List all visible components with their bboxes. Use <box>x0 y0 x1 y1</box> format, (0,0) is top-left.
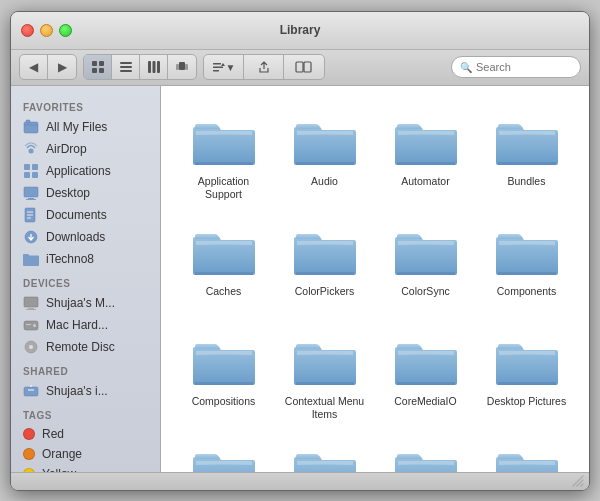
network-icon <box>23 383 39 399</box>
folder-icon <box>495 442 559 472</box>
svg-rect-12 <box>185 64 188 70</box>
svg-rect-24 <box>24 172 30 178</box>
sidebar: FAVORITES All My Files <box>11 86 161 472</box>
folder-item[interactable]: ColorSync <box>375 212 476 322</box>
sidebar-item-label: Shujaa's i... <box>46 384 108 398</box>
arrange-button[interactable]: ▼ <box>204 55 244 79</box>
sidebar-item-remote-disc[interactable]: Remote Disc <box>11 336 160 358</box>
svg-rect-15 <box>213 70 219 72</box>
sidebar-item-downloads[interactable]: Downloads <box>11 226 160 248</box>
svg-point-38 <box>29 345 33 349</box>
sidebar-item-label: Documents <box>46 208 107 222</box>
folder-item[interactable]: Audio <box>274 102 375 212</box>
folder-item[interactable]: Application Support <box>173 102 274 212</box>
folder-name: ColorSync <box>401 285 449 299</box>
sidebar-item-tag-yellow[interactable]: Yellow <box>11 464 160 472</box>
folder-item[interactable]: Caches <box>173 212 274 322</box>
svg-rect-6 <box>120 70 132 72</box>
sidebar-item-tag-orange[interactable]: Orange <box>11 444 160 464</box>
toolbar: ◀ ▶ <box>11 50 589 86</box>
column-view-button[interactable] <box>140 55 168 79</box>
svg-rect-9 <box>157 61 160 73</box>
folder-item[interactable]: Bundles <box>476 102 577 212</box>
folder-item[interactable]: DropboxHelperTools <box>476 432 577 472</box>
svg-rect-33 <box>26 309 36 310</box>
window-title: Library <box>280 23 321 37</box>
forward-button[interactable]: ▶ <box>48 55 76 79</box>
sidebar-item-itechno8[interactable]: iTechno8 <box>11 248 160 270</box>
action-buttons: ▼ <box>203 54 325 80</box>
sidebar-item-hard-disk[interactable]: Mac Hard... <box>11 314 160 336</box>
view-buttons <box>83 54 197 80</box>
sidebar-item-applications[interactable]: Applications <box>11 160 160 182</box>
sidebar-item-all-my-files[interactable]: All My Files <box>11 116 160 138</box>
svg-rect-26 <box>24 187 38 197</box>
sidebar-item-label: Remote Disc <box>46 340 115 354</box>
folder-icon <box>394 112 458 170</box>
computer-icon <box>23 295 39 311</box>
folder-icon <box>293 332 357 390</box>
downloads-icon <box>23 229 39 245</box>
folder-name: Compositions <box>192 395 256 409</box>
icon-view-button[interactable] <box>84 55 112 79</box>
airdrop-icon <box>23 141 39 157</box>
navigation-buttons: ◀ ▶ <box>19 54 77 80</box>
coverflow-view-button[interactable] <box>168 55 196 79</box>
folder-item[interactable]: ColorPickers <box>274 212 375 322</box>
folder-name: Desktop Pictures <box>487 395 566 409</box>
sidebar-item-tag-red[interactable]: Red <box>11 424 160 444</box>
titlebar: Library <box>11 12 589 50</box>
svg-marker-16 <box>221 63 225 66</box>
traffic-lights <box>21 24 72 37</box>
folder-item[interactable]: Compositions <box>173 322 274 432</box>
sidebar-item-airdrop[interactable]: AirDrop <box>11 138 160 160</box>
folder-name: Application Support <box>184 175 264 202</box>
folder-icon <box>293 112 357 170</box>
svg-rect-3 <box>99 68 104 73</box>
disc-icon <box>23 339 39 355</box>
search-box[interactable]: 🔍 <box>451 56 581 78</box>
folder-item[interactable]: Automator <box>375 102 476 212</box>
desktop-icon <box>23 185 39 201</box>
file-grid: Application Support Audio <box>161 86 589 472</box>
sidebar-item-label: Desktop <box>46 186 90 200</box>
svg-rect-36 <box>26 324 31 325</box>
sidebar-item-documents[interactable]: Documents <box>11 204 160 226</box>
main-content: FAVORITES All My Files <box>11 86 589 472</box>
sidebar-item-desktop[interactable]: Desktop <box>11 182 160 204</box>
resize-handle[interactable] <box>571 474 585 488</box>
folder-icon <box>394 442 458 472</box>
tags-button[interactable] <box>284 55 324 79</box>
minimize-button[interactable] <box>40 24 53 37</box>
sidebar-item-shared[interactable]: Shujaa's i... <box>11 380 160 402</box>
folder-name: Caches <box>206 285 242 299</box>
folder-item[interactable]: Desktop Pictures <box>476 322 577 432</box>
folder-item[interactable]: Dictionaries <box>173 432 274 472</box>
harddisk-icon <box>23 317 39 333</box>
folder-icon <box>495 222 559 280</box>
folder-item[interactable]: Components <box>476 212 577 322</box>
svg-rect-7 <box>148 61 151 73</box>
folder-item[interactable]: Documentation <box>375 432 476 472</box>
folder-item[interactable]: DirectoryServices <box>274 432 375 472</box>
sidebar-item-label: Applications <box>46 164 111 178</box>
svg-rect-11 <box>176 64 179 70</box>
svg-rect-13 <box>213 63 221 65</box>
svg-rect-1 <box>99 61 104 66</box>
svg-rect-22 <box>24 164 30 170</box>
share-button[interactable] <box>244 55 284 79</box>
list-view-button[interactable] <box>112 55 140 79</box>
svg-rect-23 <box>32 164 38 170</box>
sidebar-item-label: All My Files <box>46 120 107 134</box>
folder-item[interactable]: CoreMediaIO <box>375 322 476 432</box>
back-button[interactable]: ◀ <box>20 55 48 79</box>
folder-name: Contextual Menu Items <box>285 395 365 422</box>
folder-name: CoreMediaIO <box>394 395 456 409</box>
search-icon: 🔍 <box>460 62 472 73</box>
folder-item[interactable]: Contextual Menu Items <box>274 322 375 432</box>
sidebar-item-mac-computer[interactable]: Shujaa's M... <box>11 292 160 314</box>
svg-rect-5 <box>120 66 132 68</box>
maximize-button[interactable] <box>59 24 72 37</box>
search-input[interactable] <box>476 61 572 73</box>
close-button[interactable] <box>21 24 34 37</box>
